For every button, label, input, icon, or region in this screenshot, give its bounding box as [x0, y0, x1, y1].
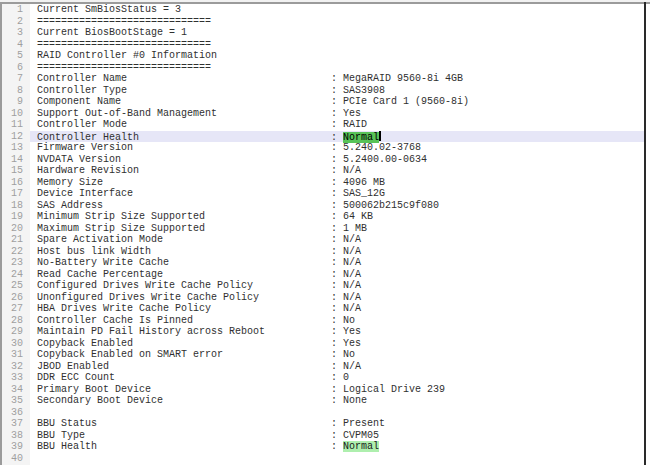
selected-text: Normal: [343, 132, 379, 143]
line-text: Unonfigured Drives Write Cache Policy : …: [30, 292, 644, 304]
line-number[interactable]: 9: [2, 96, 30, 108]
code-line[interactable]: 39BBU Health : Normal: [2, 441, 644, 453]
line-number[interactable]: 33: [2, 372, 30, 384]
line-number[interactable]: 23: [2, 257, 30, 269]
code-line[interactable]: 1Current SmBiosStatus = 3: [2, 4, 644, 16]
code-line[interactable]: 15Hardware Revision : N/A: [2, 165, 644, 177]
line-number[interactable]: 25: [2, 280, 30, 292]
line-number[interactable]: 4: [2, 39, 30, 51]
code-line[interactable]: 12Controller Health : Normal: [2, 131, 644, 143]
code-line[interactable]: 19Minimum Strip Size Supported : 64 KB: [2, 211, 644, 223]
line-text: Device Interface : SAS_12G: [30, 188, 644, 200]
line-number[interactable]: 16: [2, 177, 30, 189]
line-number[interactable]: 27: [2, 303, 30, 315]
line-number[interactable]: 28: [2, 315, 30, 327]
code-line[interactable]: 9Component Name : PCIe Card 1 (9560-8i): [2, 96, 644, 108]
code-line[interactable]: 32JBOD Enabled : N/A: [2, 361, 644, 373]
line-text: Hardware Revision : N/A: [30, 165, 644, 177]
code-line[interactable]: 35Secondary Boot Device : None: [2, 395, 644, 407]
line-number[interactable]: 19: [2, 211, 30, 223]
code-line[interactable]: 26Unonfigured Drives Write Cache Policy …: [2, 292, 644, 304]
line-text: Current BiosBootStage = 1: [30, 27, 644, 39]
code-line[interactable]: 34Primary Boot Device : Logical Drive 23…: [2, 384, 644, 396]
code-line[interactable]: 20Maximum Strip Size Supported : 1 MB: [2, 223, 644, 235]
code-line[interactable]: 37BBU Status : Present: [2, 418, 644, 430]
editor[interactable]: 1Current SmBiosStatus = 32==============…: [2, 4, 644, 465]
code-line[interactable]: 36: [2, 407, 644, 419]
line-text: [30, 453, 644, 465]
line-number[interactable]: 26: [2, 292, 30, 304]
line-text: No-Battery Write Cache : N/A: [30, 257, 644, 269]
line-text: BBU Type : CVPM05: [30, 430, 644, 442]
code-line[interactable]: 10Support Out-of-Band Management : Yes: [2, 108, 644, 120]
code-line[interactable]: 22Host bus link Width : N/A: [2, 246, 644, 258]
line-text: Minimum Strip Size Supported : 64 KB: [30, 211, 644, 223]
line-number[interactable]: 7: [2, 73, 30, 85]
code-line[interactable]: 2=============================: [2, 16, 644, 28]
code-line[interactable]: 40: [2, 453, 644, 465]
line-number[interactable]: 21: [2, 234, 30, 246]
line-number[interactable]: 10: [2, 108, 30, 120]
line-number[interactable]: 39: [2, 441, 30, 453]
line-text: Configured Drives Write Cache Policy : N…: [30, 280, 644, 292]
line-number[interactable]: 1: [2, 4, 30, 16]
code-line[interactable]: 24Read Cache Percentage : N/A: [2, 269, 644, 281]
line-number[interactable]: 5: [2, 50, 30, 62]
line-number[interactable]: 12: [2, 131, 30, 143]
code-line[interactable]: 33DDR ECC Count : 0: [2, 372, 644, 384]
line-text: Host bus link Width : N/A: [30, 246, 644, 258]
code-line[interactable]: 27HBA Drives Write Cache Policy : N/A: [2, 303, 644, 315]
line-text: Current SmBiosStatus = 3: [30, 4, 644, 16]
line-number[interactable]: 18: [2, 200, 30, 212]
code-line[interactable]: 14NVDATA Version : 5.2400.00-0634: [2, 154, 644, 166]
line-text: Maximum Strip Size Supported : 1 MB: [30, 223, 644, 235]
code-line[interactable]: 38BBU Type : CVPM05: [2, 430, 644, 442]
code-line[interactable]: 7Controller Name : MegaRAID 9560-8i 4GB: [2, 73, 644, 85]
line-number[interactable]: 11: [2, 119, 30, 131]
line-number[interactable]: 36: [2, 407, 30, 419]
code-line[interactable]: 11Controller Mode : RAID: [2, 119, 644, 131]
code-line[interactable]: 8Controller Type : SAS3908: [2, 85, 644, 97]
line-text: Controller Type : SAS3908: [30, 85, 644, 97]
code-line[interactable]: 13Firmware Version : 5.240.02-3768: [2, 142, 644, 154]
line-number[interactable]: 20: [2, 223, 30, 235]
code-line[interactable]: 5RAID Controller #0 Information: [2, 50, 644, 62]
code-line[interactable]: 4=============================: [2, 39, 644, 51]
line-number[interactable]: 35: [2, 395, 30, 407]
line-number[interactable]: 2: [2, 16, 30, 28]
line-number[interactable]: 8: [2, 85, 30, 97]
line-number[interactable]: 29: [2, 326, 30, 338]
code-line[interactable]: 23No-Battery Write Cache : N/A: [2, 257, 644, 269]
line-number[interactable]: 32: [2, 361, 30, 373]
line-number[interactable]: 34: [2, 384, 30, 396]
line-number[interactable]: 13: [2, 142, 30, 154]
code-line[interactable]: 31Copyback Enabled on SMART error : No: [2, 349, 644, 361]
code-line[interactable]: 6=============================: [2, 62, 644, 74]
line-number[interactable]: 22: [2, 246, 30, 258]
code-line[interactable]: 28Controller Cache Is Pinned : No: [2, 315, 644, 327]
code-line[interactable]: 30Copyback Enabled : Yes: [2, 338, 644, 350]
line-number[interactable]: 17: [2, 188, 30, 200]
code-line[interactable]: 25Configured Drives Write Cache Policy :…: [2, 280, 644, 292]
line-text: Controller Mode : RAID: [30, 119, 644, 131]
line-text: Support Out-of-Band Management : Yes: [30, 108, 644, 120]
line-number[interactable]: 15: [2, 165, 30, 177]
code-line[interactable]: 16Memory Size : 4096 MB: [2, 177, 644, 189]
code-line[interactable]: 3Current BiosBootStage = 1: [2, 27, 644, 39]
line-text: Maintain PD Fail History across Reboot :…: [30, 326, 644, 338]
line-number[interactable]: 30: [2, 338, 30, 350]
code-line[interactable]: 18SAS Address : 500062b215c9f080: [2, 200, 644, 212]
line-text: Controller Health : Normal: [30, 131, 644, 143]
line-number[interactable]: 31: [2, 349, 30, 361]
line-number[interactable]: 38: [2, 430, 30, 442]
line-number[interactable]: 3: [2, 27, 30, 39]
code-line[interactable]: 17Device Interface : SAS_12G: [2, 188, 644, 200]
line-number[interactable]: 6: [2, 62, 30, 74]
line-number[interactable]: 14: [2, 154, 30, 166]
line-number[interactable]: 37: [2, 418, 30, 430]
code-line[interactable]: 21Spare Activation Mode : N/A: [2, 234, 644, 246]
line-number[interactable]: 24: [2, 269, 30, 281]
line-text: JBOD Enabled : N/A: [30, 361, 644, 373]
code-line[interactable]: 29Maintain PD Fail History across Reboot…: [2, 326, 644, 338]
line-number[interactable]: 40: [2, 453, 30, 465]
